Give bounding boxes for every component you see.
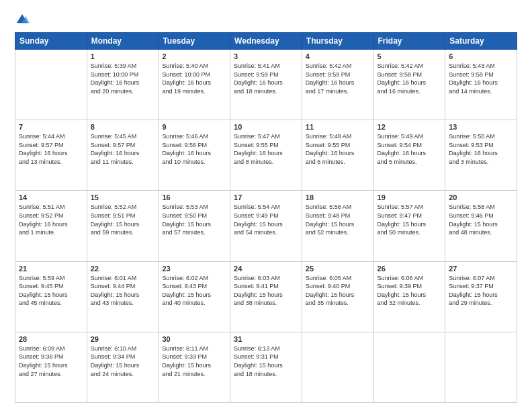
calendar-day-cell: 23Sunrise: 6:02 AM Sunset: 9:43 PM Dayli…	[159, 261, 230, 332]
calendar-day-cell: 18Sunrise: 5:56 AM Sunset: 9:48 PM Dayli…	[302, 191, 373, 261]
calendar-weekday-header: Friday	[373, 33, 445, 50]
day-info: Sunrise: 5:47 AM Sunset: 9:55 PM Dayligh…	[234, 132, 298, 166]
day-info: Sunrise: 5:41 AM Sunset: 9:59 PM Dayligh…	[234, 62, 298, 95]
day-number: 24	[234, 265, 298, 273]
day-number: 14	[19, 193, 83, 201]
day-info: Sunrise: 5:49 AM Sunset: 9:54 PM Dayligh…	[378, 132, 442, 166]
day-number: 10	[234, 123, 298, 131]
day-info: Sunrise: 5:44 AM Sunset: 9:57 PM Dayligh…	[19, 132, 83, 166]
day-info: Sunrise: 5:43 AM Sunset: 9:58 PM Dayligh…	[449, 62, 513, 95]
day-info: Sunrise: 5:51 AM Sunset: 9:52 PM Dayligh…	[19, 203, 83, 236]
day-number: 31	[234, 335, 298, 343]
day-number: 19	[378, 193, 442, 201]
calendar-day-cell: 7Sunrise: 5:44 AM Sunset: 9:57 PM Daylig…	[15, 120, 87, 191]
calendar-week-row: 21Sunrise: 5:59 AM Sunset: 9:45 PM Dayli…	[15, 261, 517, 332]
calendar-day-cell: 29Sunrise: 6:10 AM Sunset: 9:34 PM Dayli…	[87, 332, 159, 402]
calendar-day-cell: 8Sunrise: 5:45 AM Sunset: 9:57 PM Daylig…	[87, 120, 159, 191]
day-info: Sunrise: 5:54 AM Sunset: 9:49 PM Dayligh…	[234, 203, 298, 236]
day-number: 13	[449, 123, 513, 131]
day-number: 12	[378, 123, 442, 131]
calendar-day-cell: 5Sunrise: 5:42 AM Sunset: 9:58 PM Daylig…	[373, 50, 445, 120]
calendar-header-row: SundayMondayTuesdayWednesdayThursdayFrid…	[15, 33, 517, 50]
calendar-day-cell: 22Sunrise: 6:01 AM Sunset: 9:44 PM Dayli…	[87, 261, 159, 332]
day-number: 30	[162, 335, 226, 343]
calendar-day-cell: 31Sunrise: 6:13 AM Sunset: 9:31 PM Dayli…	[230, 332, 302, 402]
calendar-day-cell: 21Sunrise: 5:59 AM Sunset: 9:45 PM Dayli…	[15, 261, 87, 332]
header	[15, 12, 517, 27]
day-number: 8	[91, 123, 155, 131]
day-info: Sunrise: 6:09 AM Sunset: 9:36 PM Dayligh…	[19, 345, 83, 378]
calendar-day-cell: 25Sunrise: 6:05 AM Sunset: 9:40 PM Dayli…	[302, 261, 373, 332]
day-info: Sunrise: 5:56 AM Sunset: 9:48 PM Dayligh…	[306, 203, 370, 236]
day-number: 26	[378, 265, 442, 273]
day-number: 6	[449, 52, 513, 60]
day-number: 1	[91, 52, 155, 60]
calendar-week-row: 28Sunrise: 6:09 AM Sunset: 9:36 PM Dayli…	[15, 332, 517, 402]
day-info: Sunrise: 6:11 AM Sunset: 9:33 PM Dayligh…	[162, 345, 226, 378]
calendar-day-cell: 27Sunrise: 6:07 AM Sunset: 9:37 PM Dayli…	[445, 261, 517, 332]
day-info: Sunrise: 5:45 AM Sunset: 9:57 PM Dayligh…	[91, 132, 155, 166]
day-info: Sunrise: 5:50 AM Sunset: 9:53 PM Dayligh…	[449, 132, 513, 166]
day-info: Sunrise: 5:59 AM Sunset: 9:45 PM Dayligh…	[19, 274, 83, 308]
calendar-day-cell	[445, 332, 517, 402]
day-info: Sunrise: 5:42 AM Sunset: 9:58 PM Dayligh…	[378, 62, 442, 95]
calendar-day-cell: 17Sunrise: 5:54 AM Sunset: 9:49 PM Dayli…	[230, 191, 302, 261]
calendar-day-cell: 13Sunrise: 5:50 AM Sunset: 9:53 PM Dayli…	[445, 120, 517, 191]
day-info: Sunrise: 5:52 AM Sunset: 9:51 PM Dayligh…	[91, 203, 155, 236]
day-number: 27	[449, 265, 513, 273]
day-number: 16	[162, 193, 226, 201]
calendar-day-cell	[15, 50, 87, 120]
day-number: 29	[91, 335, 155, 343]
calendar-day-cell: 24Sunrise: 6:03 AM Sunset: 9:41 PM Dayli…	[230, 261, 302, 332]
day-number: 5	[378, 52, 442, 60]
day-info: Sunrise: 5:40 AM Sunset: 10:00 PM Daylig…	[162, 62, 226, 95]
day-number: 15	[91, 193, 155, 201]
calendar-week-row: 7Sunrise: 5:44 AM Sunset: 9:57 PM Daylig…	[15, 120, 517, 191]
calendar-weekday-header: Sunday	[15, 33, 87, 50]
calendar-day-cell: 16Sunrise: 5:53 AM Sunset: 9:50 PM Dayli…	[159, 191, 230, 261]
calendar-weekday-header: Tuesday	[159, 33, 230, 50]
calendar-day-cell: 4Sunrise: 5:42 AM Sunset: 9:59 PM Daylig…	[302, 50, 373, 120]
day-number: 23	[162, 265, 226, 273]
day-info: Sunrise: 6:03 AM Sunset: 9:41 PM Dayligh…	[234, 274, 298, 308]
day-number: 28	[19, 335, 83, 343]
calendar-day-cell: 10Sunrise: 5:47 AM Sunset: 9:55 PM Dayli…	[230, 120, 302, 191]
calendar-week-row: 1Sunrise: 5:39 AM Sunset: 10:00 PM Dayli…	[15, 50, 517, 120]
day-info: Sunrise: 6:01 AM Sunset: 9:44 PM Dayligh…	[91, 274, 155, 308]
day-number: 7	[19, 123, 83, 131]
calendar-weekday-header: Wednesday	[230, 33, 302, 50]
day-info: Sunrise: 6:02 AM Sunset: 9:43 PM Dayligh…	[162, 274, 226, 308]
day-info: Sunrise: 5:57 AM Sunset: 9:47 PM Dayligh…	[378, 203, 442, 236]
day-number: 20	[449, 193, 513, 201]
day-info: Sunrise: 6:13 AM Sunset: 9:31 PM Dayligh…	[234, 345, 298, 378]
calendar-day-cell: 6Sunrise: 5:43 AM Sunset: 9:58 PM Daylig…	[445, 50, 517, 120]
calendar-weekday-header: Thursday	[302, 33, 373, 50]
day-number: 3	[234, 52, 298, 60]
logo-icon	[15, 12, 30, 27]
day-info: Sunrise: 5:58 AM Sunset: 9:46 PM Dayligh…	[449, 203, 513, 236]
day-number: 21	[19, 265, 83, 273]
calendar-day-cell: 14Sunrise: 5:51 AM Sunset: 9:52 PM Dayli…	[15, 191, 87, 261]
calendar-day-cell: 26Sunrise: 6:06 AM Sunset: 9:39 PM Dayli…	[373, 261, 445, 332]
day-info: Sunrise: 6:05 AM Sunset: 9:40 PM Dayligh…	[306, 274, 370, 308]
day-number: 25	[306, 265, 370, 273]
day-number: 9	[162, 123, 226, 131]
calendar-day-cell: 1Sunrise: 5:39 AM Sunset: 10:00 PM Dayli…	[87, 50, 159, 120]
calendar-weekday-header: Monday	[87, 33, 159, 50]
calendar-day-cell: 19Sunrise: 5:57 AM Sunset: 9:47 PM Dayli…	[373, 191, 445, 261]
logo	[15, 12, 32, 27]
calendar-day-cell: 20Sunrise: 5:58 AM Sunset: 9:46 PM Dayli…	[445, 191, 517, 261]
day-number: 18	[306, 193, 370, 201]
calendar-day-cell: 28Sunrise: 6:09 AM Sunset: 9:36 PM Dayli…	[15, 332, 87, 402]
day-info: Sunrise: 5:46 AM Sunset: 9:56 PM Dayligh…	[162, 132, 226, 166]
calendar-table: SundayMondayTuesdayWednesdayThursdayFrid…	[15, 32, 517, 403]
calendar-day-cell	[373, 332, 445, 402]
calendar-week-row: 14Sunrise: 5:51 AM Sunset: 9:52 PM Dayli…	[15, 191, 517, 261]
page: SundayMondayTuesdayWednesdayThursdayFrid…	[0, 0, 532, 411]
calendar-day-cell: 2Sunrise: 5:40 AM Sunset: 10:00 PM Dayli…	[159, 50, 230, 120]
day-number: 22	[91, 265, 155, 273]
day-info: Sunrise: 5:53 AM Sunset: 9:50 PM Dayligh…	[162, 203, 226, 236]
day-number: 2	[162, 52, 226, 60]
day-number: 4	[306, 52, 370, 60]
day-number: 11	[306, 123, 370, 131]
